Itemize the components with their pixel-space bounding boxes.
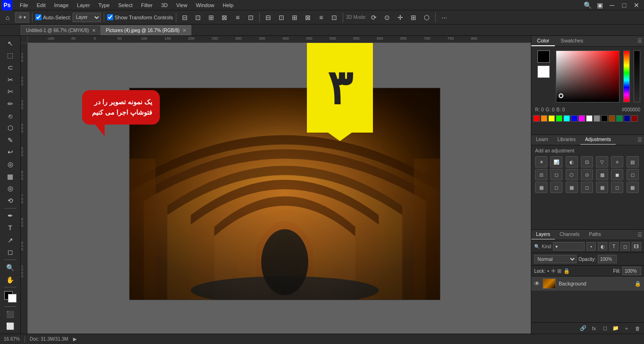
menu-filter[interactable]: Filter	[137, 1, 156, 9]
background-color[interactable]	[8, 294, 17, 302]
new-layer-icon[interactable]: +	[622, 324, 631, 333]
adj-hsl[interactable]: ≡	[611, 156, 623, 168]
lock-pixels-icon[interactable]: ▪	[547, 268, 549, 274]
3d-pan-icon[interactable]: ✛	[395, 12, 406, 23]
kind-dropdown[interactable]: ▾	[553, 242, 585, 251]
fill-input[interactable]	[622, 267, 641, 275]
tool-shape[interactable]: ◻	[3, 247, 17, 258]
tab-channels[interactable]: Channels	[555, 230, 584, 240]
distrib-mid-icon[interactable]: ≡	[315, 12, 327, 23]
tool-quick-mask[interactable]: ⬛	[3, 309, 17, 320]
adj-threshold[interactable]: ◻	[627, 169, 639, 180]
adj-filter-icon[interactable]: ◐	[598, 242, 607, 251]
tab-color[interactable]: Color	[531, 36, 555, 46]
layers-panel-menu[interactable]: ☰	[636, 230, 644, 240]
swatch-green[interactable]	[556, 115, 562, 122]
tool-select-rect[interactable]: ⬚	[3, 50, 17, 61]
swatch-red[interactable]	[533, 115, 540, 122]
distrib-bot-icon[interactable]: ⊡	[329, 12, 340, 23]
tool-pen[interactable]: ✒	[3, 210, 17, 222]
adj-photofilter[interactable]: ◻	[550, 169, 562, 180]
transform-checkbox[interactable]	[107, 14, 113, 20]
blend-mode-dropdown[interactable]: Normal Multiply Screen Overlay	[534, 255, 577, 263]
tool-move[interactable]: ↖	[3, 38, 17, 49]
distrib-right-icon[interactable]: ⊞	[289, 12, 300, 23]
3d-rotate-icon[interactable]: ⟳	[368, 12, 380, 23]
swatch-darkblue[interactable]	[624, 115, 630, 122]
pixel-filter-icon[interactable]: ▪	[586, 242, 596, 251]
3d-roll-icon[interactable]: ⊙	[381, 12, 393, 23]
color-hex[interactable]: #000000	[622, 107, 640, 112]
adj-match[interactable]: ◻	[611, 182, 623, 193]
adj-invert[interactable]: ▦	[596, 169, 608, 180]
adj-brightness[interactable]: ☀	[535, 156, 547, 168]
swatch-darkgreen[interactable]	[616, 115, 623, 122]
color-panel-menu[interactable]: ☰	[636, 36, 644, 46]
menu-select[interactable]: Select	[115, 1, 137, 9]
opacity-input[interactable]	[598, 255, 617, 263]
tool-text[interactable]: T	[3, 222, 17, 234]
tool-history-brush[interactable]: ↩	[3, 147, 17, 158]
tool-lasso[interactable]: ⊂	[3, 62, 17, 73]
color-swatches[interactable]	[4, 291, 17, 302]
align-left-icon[interactable]: ⊟	[179, 12, 190, 23]
max-button[interactable]: □	[619, 0, 630, 10]
menu-edit[interactable]: Edit	[33, 1, 50, 9]
align-center-icon[interactable]: ⊡	[192, 12, 204, 23]
home-icon[interactable]: ⌂	[2, 12, 13, 23]
more-options-icon[interactable]: ···	[438, 12, 450, 23]
shape-filter-icon[interactable]: ◻	[620, 242, 630, 251]
align-top-icon[interactable]: ⊠	[219, 12, 230, 23]
tool-screen-mode[interactable]: ⬜	[3, 320, 17, 332]
swatch-white[interactable]	[586, 115, 593, 122]
tab-learn[interactable]: Learn	[531, 135, 553, 145]
tool-brush[interactable]: ⬡	[3, 122, 17, 134]
menu-layer[interactable]: Layer	[73, 1, 94, 9]
swatch-cyan[interactable]	[563, 115, 570, 122]
align-right-icon[interactable]: ⊞	[206, 12, 217, 23]
link-layers-icon[interactable]: 🔗	[578, 324, 588, 333]
menu-help[interactable]: Help	[219, 1, 238, 9]
background-swatch[interactable]	[537, 66, 550, 78]
adj-hdr[interactable]: ◻	[581, 182, 593, 193]
color-alpha-bar[interactable]	[634, 50, 640, 102]
adj-curves[interactable]: ◐	[566, 156, 578, 168]
adj-posterize[interactable]: ◼	[611, 169, 623, 180]
tool-quick-select[interactable]: ✂	[3, 74, 17, 85]
adj-selectcolor[interactable]: ◻	[550, 182, 562, 193]
adj-shadows[interactable]: ▦	[566, 182, 578, 193]
add-mask-icon[interactable]: ◻	[600, 324, 610, 333]
swatch-magenta[interactable]	[578, 115, 585, 122]
tab-paths[interactable]: Paths	[584, 230, 606, 240]
tool-dodge[interactable]: ⟲	[3, 195, 17, 206]
align-bottom-icon[interactable]: ⊡	[245, 12, 256, 23]
swatch-darkred[interactable]	[631, 115, 638, 122]
tab-layers[interactable]: Layers	[531, 230, 555, 240]
workspace-button[interactable]: ▣	[594, 0, 605, 10]
tool-path-select[interactable]: ↗	[3, 235, 17, 246]
auto-select-dropdown[interactable]: Layer Group	[73, 13, 101, 22]
type-filter-icon[interactable]: T	[609, 242, 619, 251]
tool-gradient[interactable]: ▦	[3, 171, 17, 182]
color-gradient-picker[interactable]	[556, 50, 619, 102]
align-middle-icon[interactable]: ≡	[232, 12, 243, 23]
adj-desat[interactable]: ▦	[596, 182, 608, 193]
adj-colorbalance[interactable]: ▤	[627, 156, 639, 168]
menu-view[interactable]: View	[173, 1, 191, 9]
adj-exposure[interactable]: ⊡	[581, 156, 593, 168]
tab-libraries[interactable]: Libraries	[553, 135, 580, 145]
swatch-black[interactable]	[601, 115, 608, 122]
swatch-brown[interactable]	[609, 115, 615, 122]
search-button[interactable]: 🔍	[582, 0, 593, 10]
menu-file[interactable]: File	[16, 1, 32, 9]
swatch-blue[interactable]	[571, 115, 578, 122]
tool-hand[interactable]: ✋	[3, 274, 17, 285]
adj-colorlookup[interactable]: ⊙	[581, 169, 593, 180]
adj-gradmap[interactable]: ▦	[535, 182, 547, 193]
swatch-orange[interactable]	[541, 115, 547, 122]
swatch-gray[interactable]	[594, 115, 600, 122]
lock-all-icon[interactable]: 🔒	[563, 268, 570, 274]
foreground-swatch[interactable]	[537, 50, 550, 63]
tool-blur[interactable]: ◎	[3, 183, 17, 194]
add-style-icon[interactable]: fx	[589, 324, 599, 333]
